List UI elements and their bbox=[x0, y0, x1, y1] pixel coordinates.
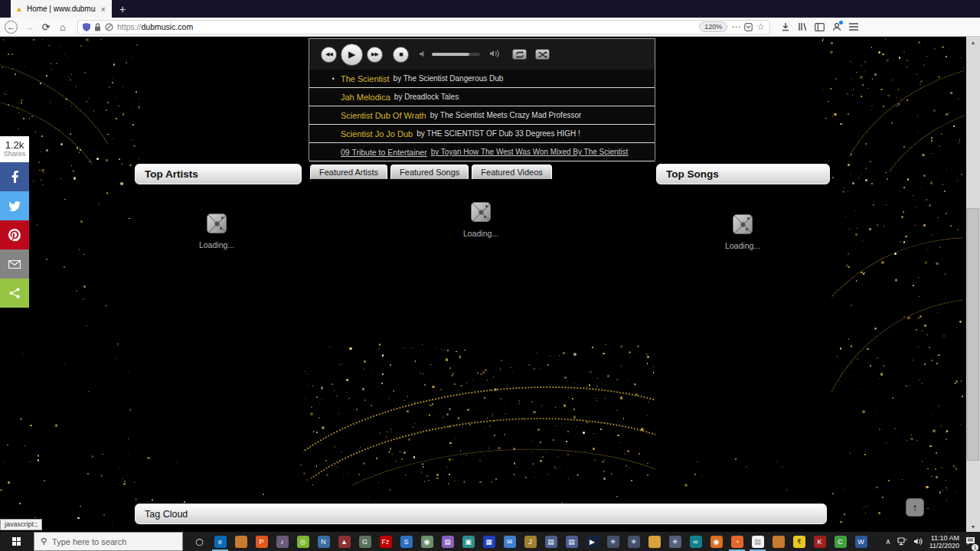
taskbar-app-icon[interactable]: K bbox=[809, 532, 830, 551]
browser-tab[interactable]: ▲ Home | www.dubmusic.com × bbox=[11, 0, 112, 18]
facebook-share-button[interactable] bbox=[0, 162, 29, 191]
bookmark-star-icon[interactable]: ☆ bbox=[756, 21, 765, 32]
taskbar-app-icon[interactable]: e bbox=[210, 532, 230, 551]
taskbar-app-icon[interactable]: P bbox=[251, 532, 272, 551]
previous-track-button[interactable]: ◀◀ bbox=[321, 47, 337, 63]
volume-slider[interactable] bbox=[432, 53, 480, 56]
notification-center-icon[interactable]: 1 bbox=[965, 535, 975, 549]
shuffle-button[interactable] bbox=[535, 49, 550, 60]
url-text[interactable]: https://dubmusic.com bbox=[117, 22, 695, 31]
tab-close-icon[interactable]: × bbox=[100, 5, 107, 14]
playlist-row[interactable]: Jah Melodica by Dreadlock Tales bbox=[309, 88, 655, 106]
taskbar-app-icon[interactable] bbox=[230, 532, 251, 551]
browser-tab-bar: ▲ Home | www.dubmusic.com × + bbox=[0, 0, 980, 18]
taskbar-app-icon[interactable]: S bbox=[396, 532, 416, 551]
stop-button[interactable]: ■ bbox=[393, 47, 409, 63]
playlist-row[interactable]: 09 Tribute to Entertainer by Toyan How T… bbox=[309, 143, 655, 161]
taskbar-app-icon[interactable]: ▤ bbox=[437, 532, 458, 551]
home-button[interactable]: ⌂ bbox=[54, 18, 71, 35]
twitter-share-button[interactable] bbox=[0, 191, 29, 220]
feature-tab[interactable]: Featured Videos bbox=[472, 165, 552, 179]
taskbar-app-icon[interactable]: ✳ bbox=[603, 532, 623, 551]
account-icon[interactable] bbox=[832, 22, 841, 31]
taskbar-app-icon[interactable]: Fz bbox=[375, 532, 396, 551]
song-title-link[interactable]: Jah Melodica bbox=[341, 93, 390, 102]
taskbar-app-icon[interactable]: ₹ bbox=[789, 532, 809, 551]
blocked-content-icon[interactable] bbox=[105, 23, 113, 31]
taskbar-app-icon[interactable]: ◯ bbox=[189, 532, 210, 551]
taskbar-app-icon[interactable]: ◉ bbox=[706, 532, 727, 551]
search-icon: ⚲ bbox=[41, 536, 47, 546]
playlist-row[interactable]: ▪ The Scientist by The Scientist Dangero… bbox=[309, 70, 655, 88]
taskbar-app-icons: ◯ e P ♪ ◎ bbox=[189, 532, 871, 551]
url-bar[interactable]: https://dubmusic.com 120% ⋯ ☆ bbox=[77, 20, 770, 34]
more-share-button[interactable] bbox=[0, 279, 29, 308]
scroll-to-top-button[interactable]: ↑ bbox=[906, 498, 924, 517]
taskbar-app-icon[interactable]: ◔ bbox=[727, 532, 747, 551]
taskbar-app-icon[interactable]: ▤ bbox=[561, 532, 582, 551]
song-title-link[interactable]: Scientist Dub Of Wrath bbox=[341, 111, 426, 120]
taskbar-app-icon[interactable]: ✉ bbox=[499, 532, 520, 551]
taskbar-app-icon[interactable]: N bbox=[313, 532, 334, 551]
taskbar-app-icon[interactable] bbox=[768, 532, 789, 551]
sidebar-toggle-icon[interactable] bbox=[815, 23, 825, 31]
windows-taskbar: ⚲ Type here to search ◯ e P bbox=[0, 532, 980, 551]
taskbar-app-icon[interactable]: ▤ bbox=[541, 532, 561, 551]
start-button[interactable] bbox=[0, 532, 34, 551]
reload-button[interactable]: ⟳ bbox=[38, 18, 54, 35]
account-notification-dot bbox=[839, 21, 843, 24]
taskbar-search-box[interactable]: ⚲ Type here to search bbox=[34, 532, 183, 551]
playlist-row[interactable]: Scientist Jo Jo Dub by THE SCIENTIST OF … bbox=[309, 125, 655, 143]
song-title-link[interactable]: 09 Tribute to Entertainer bbox=[341, 148, 427, 157]
taskbar-app-icon[interactable]: ∞ bbox=[685, 532, 706, 551]
new-tab-button[interactable]: + bbox=[112, 0, 133, 18]
song-title-link[interactable]: Scientist Jo Jo Dub bbox=[341, 129, 413, 139]
taskbar-app-icon[interactable]: ▦ bbox=[479, 532, 499, 551]
taskbar-app-icon[interactable]: G bbox=[354, 532, 375, 551]
page-actions-icon[interactable]: ⋯ bbox=[731, 21, 740, 32]
taskbar-app-icon[interactable]: C bbox=[830, 532, 851, 551]
feature-tab[interactable]: Featured Artists bbox=[310, 165, 387, 179]
page-scrollbar[interactable]: ▲ ▼ bbox=[966, 37, 980, 532]
pinterest-share-button[interactable] bbox=[0, 220, 29, 249]
taskbar-app-icon[interactable]: W bbox=[851, 532, 871, 551]
next-track-button[interactable]: ▶▶ bbox=[367, 47, 383, 63]
tray-chevron-icon[interactable]: ∧ bbox=[885, 537, 890, 546]
song-title-link[interactable]: The Scientist bbox=[341, 74, 390, 83]
speaker-icon[interactable] bbox=[913, 535, 923, 549]
taskbar-app-icon[interactable]: ▶ bbox=[582, 532, 603, 551]
zoom-level-badge[interactable]: 120% bbox=[699, 21, 727, 32]
taskbar-app-icon[interactable]: ▲ bbox=[334, 532, 354, 551]
pocket-icon[interactable] bbox=[744, 23, 753, 31]
taskbar-app-icon[interactable] bbox=[644, 532, 665, 551]
taskbar-app-icon[interactable]: ◉ bbox=[416, 532, 437, 551]
volume-low-icon[interactable] bbox=[419, 47, 427, 61]
taskbar-app-icon[interactable]: ▤ bbox=[747, 532, 768, 551]
scrollbar-thumb[interactable] bbox=[967, 208, 979, 461]
forward-button[interactable]: → bbox=[21, 18, 38, 35]
play-button[interactable]: ▶ bbox=[341, 44, 363, 66]
taskbar-app-icon[interactable]: ✳ bbox=[665, 532, 685, 551]
glitter-bottom-wave bbox=[303, 343, 655, 485]
repeat-button[interactable] bbox=[512, 49, 527, 60]
library-icon[interactable] bbox=[798, 22, 807, 31]
playlist-row[interactable]: Scientist Dub Of Wrath by The Scientist … bbox=[309, 106, 655, 125]
scrollbar-down-arrow[interactable]: ▼ bbox=[966, 521, 980, 532]
network-icon[interactable] bbox=[897, 535, 907, 549]
taskbar-app-icon[interactable]: ▣ bbox=[458, 532, 479, 551]
scrollbar-up-arrow[interactable]: ▲ bbox=[966, 37, 980, 47]
downloads-icon[interactable] bbox=[781, 22, 790, 31]
taskbar-app-icon[interactable]: ◎ bbox=[292, 532, 313, 551]
taskbar-app-icon[interactable]: ♪ bbox=[272, 532, 292, 551]
menu-hamburger-icon[interactable] bbox=[849, 23, 858, 31]
feature-tab[interactable]: Featured Songs bbox=[390, 165, 469, 179]
top-songs-header: Top Songs bbox=[656, 164, 830, 184]
taskbar-app-icon[interactable]: ✳ bbox=[623, 532, 644, 551]
lock-icon[interactable] bbox=[94, 23, 101, 31]
back-button[interactable]: ← bbox=[5, 21, 18, 34]
tracking-shield-icon[interactable] bbox=[83, 23, 90, 31]
taskbar-app-icon[interactable]: J bbox=[520, 532, 541, 551]
taskbar-clock[interactable]: 11:10 AM 11/2/2020 bbox=[929, 534, 959, 549]
volume-high-icon[interactable] bbox=[489, 47, 501, 61]
email-share-button[interactable] bbox=[0, 249, 29, 279]
